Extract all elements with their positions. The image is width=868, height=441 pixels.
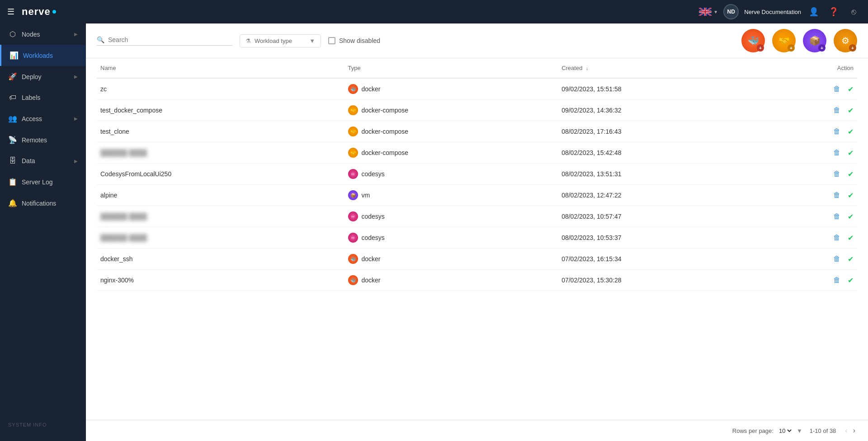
sidebar-item-nodes[interactable]: ⬡ Nodes ▶ — [0, 23, 86, 45]
avatar-initials: ND — [727, 9, 735, 15]
add-vm-button[interactable]: 📦 + — [803, 29, 826, 52]
next-page-button[interactable]: › — [851, 425, 857, 436]
rows-per-page-select[interactable]: 10 5 25 50 — [777, 427, 793, 435]
sidebar-item-data[interactable]: 🗄 Data ▶ — [0, 150, 86, 171]
sidebar-label-workloads: Workloads — [23, 52, 78, 59]
sidebar-item-notifications[interactable]: 🔔 Notifications — [0, 192, 86, 214]
cell-type: ♾ codesys — [344, 227, 558, 249]
sidebar-item-access[interactable]: 👥 Access ▶ — [0, 108, 86, 129]
cell-name: ██████ ████ — [97, 206, 344, 227]
enable-button[interactable]: ✔ — [848, 170, 854, 178]
delete-button[interactable]: 🗑 — [833, 234, 840, 242]
enable-button[interactable]: ✔ — [848, 127, 854, 136]
type-label: codesys — [362, 213, 385, 220]
cell-action: 🗑 ✔ — [770, 100, 857, 121]
delete-button[interactable]: 🗑 — [833, 106, 840, 114]
nodes-icon: ⬡ — [8, 30, 17, 38]
delete-button[interactable]: 🗑 — [833, 255, 840, 263]
data-caret-icon: ▶ — [74, 159, 78, 164]
language-selector[interactable]: ▼ — [699, 8, 718, 16]
type-icon: 📦 — [348, 190, 358, 200]
rows-per-page: Rows per page: 10 5 25 50 ▼ — [732, 427, 802, 435]
delete-button[interactable]: 🗑 — [833, 85, 840, 93]
table-row: docker_ssh 🐳 docker 07/02/2023, 16:15:34… — [97, 249, 857, 270]
workload-type-filter[interactable]: ⚗ Workload type ▼ — [240, 34, 321, 47]
enable-button[interactable]: ✔ — [848, 255, 854, 263]
cell-created: 08/02/2023, 10:57:47 — [558, 206, 770, 227]
enable-button[interactable]: ✔ — [848, 191, 854, 200]
delete-button[interactable]: 🗑 — [833, 149, 840, 157]
add-docker-compose-button[interactable]: 🤝 + — [772, 29, 796, 52]
search-input[interactable] — [108, 36, 217, 43]
table-row: test_clone 🤝 docker-compose 08/02/2023, … — [97, 121, 857, 142]
cell-name: alpine — [97, 185, 344, 206]
logo: nerve — [22, 6, 56, 18]
cell-created: 09/02/2023, 14:36:32 — [558, 100, 770, 121]
sidebar-item-workloads[interactable]: 📊 Workloads — [0, 45, 86, 66]
enable-button[interactable]: ✔ — [848, 276, 854, 285]
avatar[interactable]: ND — [723, 4, 739, 19]
table-row: ██████ ████ 🤝 docker-compose 08/02/2023,… — [97, 142, 857, 164]
type-icon: ♾ — [348, 233, 358, 243]
show-disabled-toggle[interactable]: Show disabled — [328, 37, 380, 44]
type-icon: 🤝 — [348, 127, 358, 136]
cell-action: 🗑 ✔ — [770, 206, 857, 227]
table-row: ██████ ████ ♾ codesys 08/02/2023, 10:53:… — [97, 227, 857, 249]
sidebar-bottom: SYSTEM INFO — [0, 415, 86, 434]
cell-name: ██████ ████ — [97, 227, 344, 249]
cell-created: 08/02/2023, 17:16:43 — [558, 121, 770, 142]
topnav: ☰ nerve ▼ ND Nerve Documentation 👤 ❓ ⎋ — [0, 0, 868, 23]
cell-type: 🤝 docker-compose — [344, 121, 558, 142]
add-docker-button[interactable]: 🐳 + — [741, 29, 765, 52]
show-disabled-checkbox[interactable] — [328, 37, 335, 44]
user-icon[interactable]: 👤 — [807, 5, 821, 19]
filter-icon: ⚗ — [245, 38, 251, 44]
sidebar-item-labels[interactable]: 🏷 Labels — [0, 87, 86, 108]
page-range-label: 1-10 of 38 — [810, 427, 836, 434]
sidebar-item-deploy[interactable]: 🚀 Deploy ▶ — [0, 66, 86, 87]
cell-action: 🗑 ✔ — [770, 78, 857, 100]
workloads-icon: 📊 — [9, 51, 19, 60]
system-info-link[interactable]: SYSTEM INFO — [8, 422, 47, 427]
delete-button[interactable]: 🗑 — [833, 191, 840, 199]
remotes-icon: 📡 — [8, 136, 17, 144]
workloads-table-container: Name Type Created ↓ Action zc — [86, 58, 868, 420]
enable-button[interactable]: ✔ — [848, 85, 854, 94]
prev-page-button[interactable]: ‹ — [843, 425, 849, 436]
toolbar: 🔍 ⚗ Workload type ▼ Show disabled 🐳 + 🤝 … — [86, 23, 868, 58]
sidebar-item-remotes[interactable]: 📡 Remotes — [0, 129, 86, 150]
cell-action: 🗑 ✔ — [770, 249, 857, 270]
hamburger-icon[interactable]: ☰ — [7, 7, 14, 17]
enable-button[interactable]: ✔ — [848, 212, 854, 221]
enable-button[interactable]: ✔ — [848, 106, 854, 115]
enable-button[interactable]: ✔ — [848, 234, 854, 242]
access-caret-icon: ▶ — [74, 116, 78, 121]
delete-button[interactable]: 🗑 — [833, 170, 840, 178]
pagination: Rows per page: 10 5 25 50 ▼ 1-10 of 38 ‹… — [86, 420, 868, 441]
cell-type: 🐳 docker — [344, 249, 558, 270]
type-label: docker — [362, 277, 381, 284]
cell-created: 08/02/2023, 10:53:37 — [558, 227, 770, 249]
delete-button[interactable]: 🗑 — [833, 212, 840, 220]
show-disabled-label: Show disabled — [339, 37, 380, 44]
enable-button[interactable]: ✔ — [848, 149, 854, 157]
delete-button[interactable]: 🗑 — [833, 127, 840, 136]
cell-created: 08/02/2023, 12:47:22 — [558, 185, 770, 206]
logout-icon[interactable]: ⎋ — [846, 5, 861, 19]
add-codesys-button[interactable]: ⚙ + — [834, 29, 857, 52]
help-icon[interactable]: ❓ — [826, 5, 841, 19]
cell-type: 🐳 docker — [344, 270, 558, 291]
col-created[interactable]: Created ↓ — [558, 58, 770, 78]
rows-per-page-label: Rows per page: — [732, 427, 774, 434]
cell-name: docker_ssh — [97, 249, 344, 270]
type-label: vm — [362, 192, 370, 199]
type-label: docker-compose — [362, 107, 409, 114]
type-icon: 🐳 — [348, 254, 358, 264]
sidebar-item-server-log[interactable]: 📋 Server Log — [0, 171, 86, 192]
docker-icon: 🐳 — [748, 35, 759, 46]
add-codesys-plus-icon: + — [849, 44, 856, 52]
delete-button[interactable]: 🗑 — [833, 276, 840, 284]
cell-name: zc — [97, 78, 344, 100]
sidebar-label-data: Data — [22, 157, 70, 164]
workloads-table: Name Type Created ↓ Action zc — [97, 58, 857, 291]
